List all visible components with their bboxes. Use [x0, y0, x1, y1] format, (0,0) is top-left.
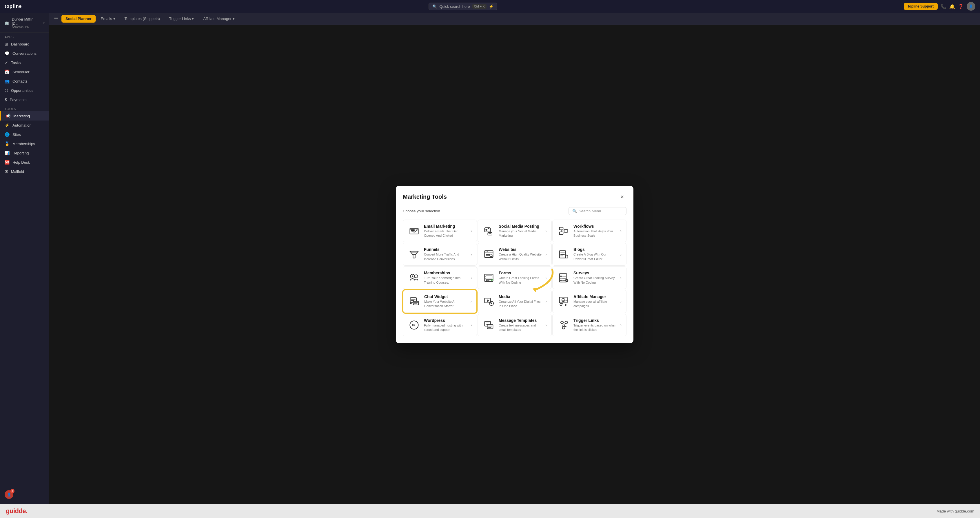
- svg-rect-71: [487, 324, 493, 329]
- sidebar-item-payments[interactable]: $Payments: [0, 95, 49, 104]
- tool-item-blogs[interactable]: Blogs Create A Blog With Our Powerful Po…: [552, 243, 627, 266]
- avatar[interactable]: 👤: [967, 2, 975, 11]
- sidebar-item-memberships[interactable]: 🏅Memberships: [0, 139, 49, 148]
- apps-section-title: Apps: [0, 33, 49, 40]
- sidebar-item-sites[interactable]: 🌐Sites: [0, 130, 49, 139]
- tab-emails[interactable]: Emails ▾: [97, 15, 119, 22]
- bolt-icon: ⚡: [5, 123, 10, 127]
- modal-close-button[interactable]: ×: [618, 193, 627, 201]
- tool-desc-memberships: Turn Your Knowledge Into Training Course…: [424, 276, 467, 285]
- sidebar-toggle-icon[interactable]: ☰: [54, 16, 58, 21]
- sidebar-item-scheduler[interactable]: 📅Scheduler: [0, 67, 49, 76]
- notification-badge: 1: [10, 489, 14, 493]
- bell-icon[interactable]: 🔔: [949, 4, 955, 9]
- svg-point-24: [487, 251, 488, 252]
- tool-desc-chat-widget: Make Your Website A Conversation Starter: [424, 300, 467, 308]
- mail-icon: ✉: [5, 169, 8, 174]
- tab-trigger-links[interactable]: Trigger Links ▾: [165, 15, 198, 22]
- tool-item-message-templates[interactable]: Message Templates Create text messages a…: [477, 314, 552, 337]
- svg-point-35: [415, 275, 418, 278]
- tool-desc-funnels: Convert More Traffic And Increase Conver…: [424, 252, 467, 261]
- tool-item-email-marketing[interactable]: Email Marketing Deliver Emails That Get …: [403, 219, 477, 243]
- sidebar-item-automation[interactable]: ⚡Automation: [0, 121, 49, 130]
- tool-name-media: Media: [499, 294, 542, 299]
- right-content: ☰ Social Planner Emails ▾ Templates (Sni…: [49, 13, 980, 504]
- tool-arrow-blogs: ›: [620, 252, 622, 257]
- tool-item-funnels[interactable]: Funnels Convert More Traffic And Increas…: [403, 243, 477, 266]
- search-icon: 🔍: [432, 4, 437, 9]
- question-icon[interactable]: ❓: [958, 4, 964, 9]
- tool-arrow-workflows: ›: [620, 229, 622, 233]
- tool-name-wordpress: Wordpress: [424, 318, 467, 323]
- tool-item-workflows[interactable]: Workflows Automation That Helps Your Bus…: [552, 219, 627, 243]
- tool-item-forms[interactable]: Forms Create Great Looking Forms With No…: [477, 266, 552, 289]
- calendar-icon: 📅: [5, 70, 10, 74]
- svg-point-76: [562, 326, 565, 329]
- sidebar-item-mailfold[interactable]: ✉Mailfold: [0, 167, 49, 176]
- grid-icon: ⊞: [5, 42, 8, 46]
- search-menu-placeholder: Search Menu: [579, 209, 601, 213]
- sidebar-item-conversations[interactable]: 💬Conversations: [0, 49, 49, 58]
- sidebar-item-opportunities[interactable]: ⬡Opportunities: [0, 86, 49, 95]
- chart-icon: 📊: [5, 151, 10, 155]
- svg-point-34: [412, 275, 413, 276]
- svg-rect-10: [488, 232, 492, 235]
- modal-header: Marketing Tools ×: [403, 193, 627, 201]
- sidebar-item-contacts[interactable]: 👥Contacts: [0, 76, 49, 86]
- tool-arrow-funnels: ›: [471, 252, 472, 257]
- media-tool-icon: [482, 295, 495, 308]
- tool-arrow-wordpress: ›: [471, 323, 472, 327]
- svg-line-77: [562, 324, 563, 326]
- tool-name-forms: Forms: [499, 270, 542, 275]
- svg-text:W: W: [412, 324, 415, 327]
- support-button[interactable]: topline Support: [904, 3, 938, 10]
- guidde-logo: guidde.: [6, 507, 27, 515]
- search-placeholder: Quick search here: [439, 4, 470, 9]
- tool-item-social-media-posting[interactable]: Social Media Posting Manage your Social …: [477, 219, 552, 243]
- megaphone-icon: 📢: [5, 114, 10, 118]
- svg-text:www: www: [562, 299, 568, 302]
- tool-desc-surveys: Create Great Looking Survey With No Codi…: [573, 276, 617, 285]
- tool-item-surveys[interactable]: Surveys Create Great Looking Survey With…: [552, 266, 627, 289]
- tool-desc-workflows: Automation That Helps Your Business Scal…: [573, 229, 617, 238]
- dollar-icon: $: [5, 97, 7, 102]
- tool-item-memberships[interactable]: Memberships Turn Your Knowledge Into Tra…: [403, 266, 477, 289]
- chevron-trigger-icon: ▾: [192, 16, 194, 21]
- tab-social-planner[interactable]: Social Planner: [61, 15, 95, 22]
- tool-item-trigger-links[interactable]: Trigger Links Trigger events based on wh…: [552, 314, 627, 337]
- check-icon: ✓: [5, 60, 8, 65]
- tool-desc-email-marketing: Deliver Emails That Get Opened And Click…: [424, 229, 467, 238]
- sidebar-item-marketing[interactable]: 📢Marketing: [0, 111, 49, 121]
- message-tool-icon: [482, 319, 495, 331]
- svg-point-42: [560, 275, 562, 276]
- sidebar-item-reporting[interactable]: 📊Reporting: [0, 148, 49, 157]
- modal-search[interactable]: 🔍 Search Menu: [568, 207, 627, 215]
- tool-arrow-trigger-links: ›: [620, 323, 622, 327]
- account-switcher[interactable]: 🏢 Dunder Mifflin [D... Scranton, PA ▾: [0, 15, 49, 32]
- tool-item-wordpress[interactable]: W Wordpress Fully managed hosting with s…: [403, 314, 477, 337]
- funnel-icon: ⬡: [5, 88, 8, 93]
- search-bar[interactable]: 🔍 Quick search here Ctrl + K ⚡: [429, 3, 497, 10]
- tab-templates[interactable]: Templates (Snippets): [121, 15, 164, 22]
- tool-name-affiliate-manager: Affiliate Manager: [573, 294, 617, 299]
- survey-tool-icon: [557, 272, 570, 284]
- social-tool-icon: [482, 224, 495, 237]
- tab-affiliate-manager[interactable]: Affiliate Manager ▾: [199, 15, 239, 22]
- app-logo: topline: [5, 4, 22, 9]
- modal-overlay: Marketing Tools × Choose your selection …: [49, 25, 980, 504]
- tool-item-websites[interactable]: Websites Create a High Quality Website W…: [477, 243, 552, 266]
- sidebar-item-helpdesk[interactable]: 🆘Help Desk: [0, 157, 49, 167]
- sidebar-item-dashboard[interactable]: ⊞Dashboard: [0, 40, 49, 49]
- tool-grid: Email Marketing Deliver Emails That Get …: [403, 219, 627, 337]
- tool-name-workflows: Workflows: [573, 224, 617, 229]
- tool-item-chat-widget[interactable]: Chat Widget Make Your Website A Conversa…: [403, 290, 477, 313]
- wordpress-tool-icon: W: [408, 319, 420, 331]
- tool-desc-forms: Create Great Looking Forms With No Codin…: [499, 276, 542, 285]
- tool-item-media[interactable]: Media Organize All Your Digital Files In…: [477, 290, 552, 313]
- svg-point-44: [560, 278, 562, 279]
- sidebar-item-tasks[interactable]: ✓Tasks: [0, 58, 49, 67]
- trigger-tool-icon: [557, 319, 570, 331]
- funnel-tool-icon: [408, 248, 420, 261]
- tool-item-affiliate-manager[interactable]: www Affiliate Manager Manage your all af…: [552, 290, 627, 313]
- phone-icon[interactable]: 📞: [940, 4, 947, 9]
